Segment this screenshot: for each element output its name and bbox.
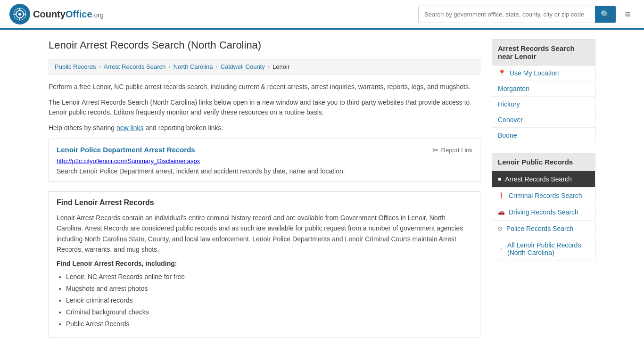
hickory-link[interactable]: Hickory <box>498 100 520 108</box>
breadcrumb-caldwell-county[interactable]: Caldwell County <box>221 63 265 70</box>
find-section-list: Lenoir, NC Arrest Records online for fre… <box>57 271 472 330</box>
sidebar-public-records-title: Lenoir Public Records <box>492 153 595 171</box>
conover-link[interactable]: Conover <box>498 116 523 123</box>
link-card-title-link[interactable]: Lenoir Police Department Arrest Records <box>57 146 195 154</box>
find-section-heading: Find Lenoir Arrest Records <box>57 198 472 207</box>
list-item: Public Arrest Records <box>66 318 472 330</box>
criminal-record-icon: ❗ <box>498 192 505 199</box>
breadcrumb-current: Lenoir <box>272 63 289 70</box>
police-records-link[interactable]: Police Records Search <box>506 225 573 232</box>
sidebar-near-links: 📍 Use My Location Morganton Hickory Cono… <box>492 66 595 143</box>
sidebar-public-records-section: Lenoir Public Records ■ Arrest Records S… <box>492 153 595 261</box>
report-link-btn[interactable]: ✂ Report Link <box>432 146 472 155</box>
svg-point-2 <box>18 13 21 16</box>
sidebar-location-hickory[interactable]: Hickory <box>492 97 595 112</box>
breadcrumb-arrest-records[interactable]: Arrest Records Search <box>104 63 166 70</box>
location-pin-icon: 📍 <box>498 69 506 77</box>
driving-records-link[interactable]: Driving Records Search <box>509 208 578 216</box>
arrest-record-icon: ■ <box>498 176 501 182</box>
find-section: Find Lenoir Arrest Records Lenoir Arrest… <box>49 191 480 337</box>
morganton-link[interactable]: Morganton <box>498 85 529 92</box>
link-card-title: Lenoir Police Department Arrest Records <box>57 146 195 154</box>
link-url[interactable]: http://p2c.cityoflenoir.com/Summary_Disc… <box>57 157 472 165</box>
logo-text: CountyOffice.org <box>33 9 104 20</box>
arrest-records-link[interactable]: Arrest Records Search <box>505 175 572 183</box>
breadcrumb-north-carolina[interactable]: North Carolina <box>173 63 213 70</box>
list-item: Criminal background checks <box>66 306 472 318</box>
driving-record-icon: 🚗 <box>498 209 505 215</box>
new-links-link[interactable]: new links <box>116 124 144 132</box>
list-item: Lenoir criminal records <box>66 295 472 306</box>
desc-para1: Perform a free Lenoir, NC public arrest … <box>49 82 480 92</box>
main-content: Lenoir Arrest Records Search (North Caro… <box>49 39 480 345</box>
page-title: Lenoir Arrest Records Search (North Caro… <box>49 39 480 51</box>
sidebar-records-list: ■ Arrest Records Search ❗ Criminal Recor… <box>492 171 595 261</box>
boone-link[interactable]: Boone <box>498 132 517 139</box>
report-link-label: Report Link <box>441 147 472 154</box>
all-records-icon: → <box>498 246 504 252</box>
sidebar-near-title: Arrest Records Search near Lenoir <box>492 39 595 66</box>
scissors-icon: ✂ <box>432 146 438 155</box>
breadcrumb-public-records[interactable]: Public Records <box>55 63 96 70</box>
link-card: Lenoir Police Department Arrest Records … <box>49 139 480 182</box>
desc-para3: Help others by sharing new links and rep… <box>49 123 480 133</box>
sidebar-location-boone[interactable]: Boone <box>492 128 595 143</box>
sidebar-record-arrest[interactable]: ■ Arrest Records Search <box>492 171 595 188</box>
sidebar-record-police[interactable]: ⊙ Police Records Search <box>492 221 595 237</box>
breadcrumb: Public Records › Arrest Records Search ›… <box>49 59 480 74</box>
menu-button[interactable]: ≡ <box>621 6 635 22</box>
sidebar-record-driving[interactable]: 🚗 Driving Records Search <box>492 204 595 221</box>
use-my-location-link[interactable]: Use My Location <box>510 69 559 77</box>
header-right: 🔍 ≡ <box>418 6 635 23</box>
search-bar[interactable]: 🔍 <box>418 6 616 23</box>
find-section-para1: Lenoir Arrest Records contain an individ… <box>57 213 472 255</box>
sidebar-record-all[interactable]: → All Lenoir Public Records (North Carol… <box>492 237 595 261</box>
desc-para2: The Lenoir Arrest Records Search (North … <box>49 98 480 117</box>
logo-area: CountyOffice.org <box>9 4 104 25</box>
list-item: Lenoir, NC Arrest Records online for fre… <box>66 271 472 283</box>
link-desc: Search Lenoir Police Department arrest, … <box>57 167 472 175</box>
logo-icon <box>9 4 30 25</box>
sidebar: Arrest Records Search near Lenoir 📍 Use … <box>492 39 595 345</box>
list-item: Mugshots and arrest photos <box>66 283 472 295</box>
sidebar-location-morganton[interactable]: Morganton <box>492 81 595 97</box>
police-record-icon: ⊙ <box>498 225 503 232</box>
sidebar-near-section: Arrest Records Search near Lenoir 📍 Use … <box>492 39 595 143</box>
main-container: Lenoir Arrest Records Search (North Caro… <box>39 30 605 354</box>
header: CountyOffice.org 🔍 ≡ <box>0 0 644 30</box>
sidebar-record-criminal[interactable]: ❗ Criminal Records Search <box>492 188 595 204</box>
search-button[interactable]: 🔍 <box>595 6 616 23</box>
sidebar-use-location[interactable]: 📍 Use My Location <box>492 66 595 81</box>
find-section-subtitle: Find Lenoir Arrest Records, including: <box>57 260 472 267</box>
criminal-records-link[interactable]: Criminal Records Search <box>509 192 582 199</box>
sidebar-location-conover[interactable]: Conover <box>492 112 595 128</box>
link-card-header: Lenoir Police Department Arrest Records … <box>57 146 472 155</box>
search-input[interactable] <box>419 7 595 22</box>
all-records-link[interactable]: All Lenoir Public Records (North Carolin… <box>507 241 589 256</box>
